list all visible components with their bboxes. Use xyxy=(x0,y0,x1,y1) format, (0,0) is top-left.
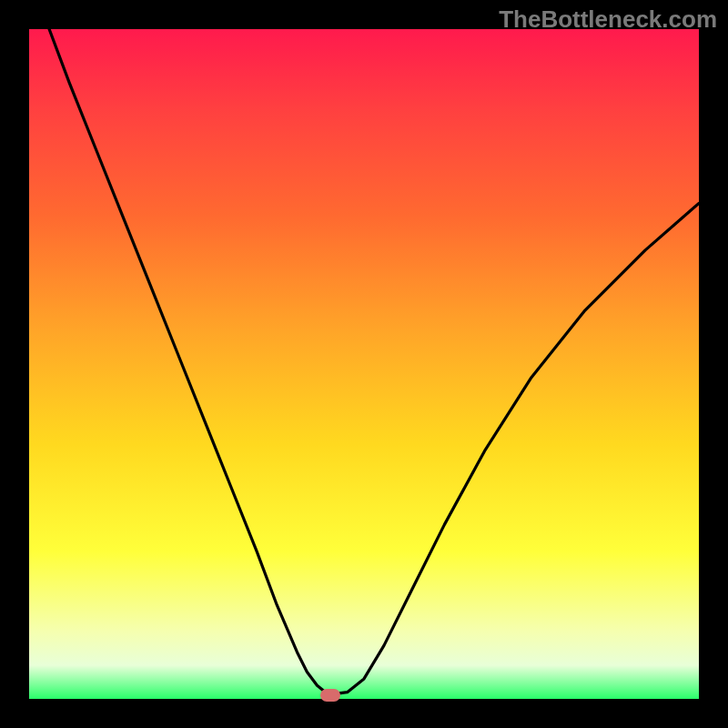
plot-area xyxy=(29,29,699,699)
optimum-marker xyxy=(320,689,340,702)
chart-frame: TheBottleneck.com xyxy=(0,0,728,728)
curve-svg xyxy=(29,29,699,699)
watermark-text: TheBottleneck.com xyxy=(499,5,717,34)
bottleneck-curve xyxy=(49,29,699,693)
